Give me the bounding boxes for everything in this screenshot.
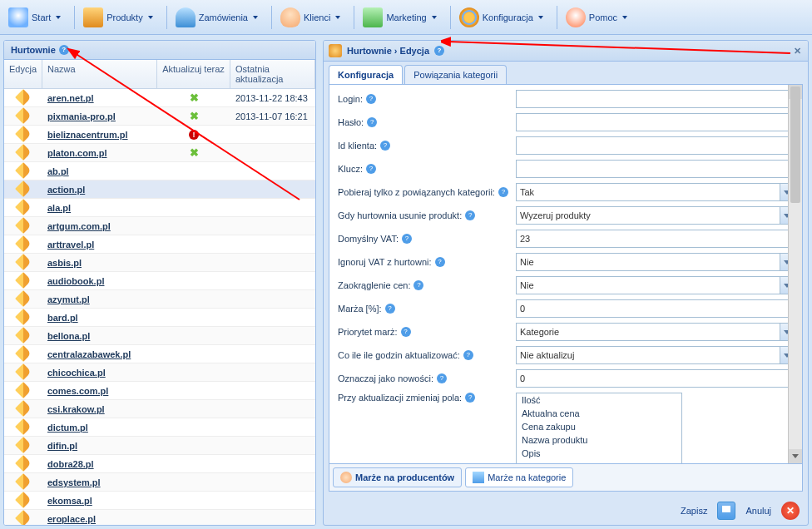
help-icon[interactable]: ? bbox=[465, 210, 475, 220]
help-icon[interactable]: ? bbox=[366, 164, 376, 174]
margin-priority-select[interactable]: Kategorie bbox=[516, 323, 797, 341]
list-item[interactable]: Ilość bbox=[517, 393, 681, 407]
update-cell[interactable] bbox=[157, 147, 230, 159]
table-row[interactable]: bieliznacentrum.pl bbox=[4, 126, 315, 144]
login-input[interactable] bbox=[516, 90, 797, 108]
wholesaler-link[interactable]: bellona.pl bbox=[47, 331, 90, 341]
table-row[interactable]: artgum.com.pl bbox=[4, 217, 315, 235]
edit-cell[interactable] bbox=[4, 366, 42, 379]
help-icon[interactable]: ? bbox=[402, 234, 412, 244]
wholesaler-link[interactable]: bard.pl bbox=[47, 313, 78, 323]
wholesaler-link[interactable]: difin.pl bbox=[47, 441, 77, 451]
close-button[interactable]: ✕ bbox=[791, 45, 803, 57]
tab-categories[interactable]: Powiązania kategorii bbox=[404, 65, 507, 84]
wholesaler-link[interactable]: aren.net.pl bbox=[47, 93, 94, 103]
wholesaler-link[interactable]: arttravel.pl bbox=[47, 240, 94, 250]
wholesaler-link[interactable]: platon.com.pl bbox=[47, 148, 107, 158]
edit-cell[interactable] bbox=[4, 238, 42, 251]
edit-cell[interactable] bbox=[4, 329, 42, 343]
help-icon[interactable]: ? bbox=[413, 280, 423, 290]
help-icon[interactable]: ? bbox=[435, 257, 445, 267]
help-icon[interactable]: ? bbox=[463, 350, 473, 360]
update-cell[interactable] bbox=[157, 92, 230, 104]
table-row[interactable]: audiobook.pl bbox=[4, 272, 315, 290]
table-row[interactable]: bellona.pl bbox=[4, 327, 315, 345]
update-cell[interactable] bbox=[157, 111, 230, 122]
table-row[interactable]: arttravel.pl bbox=[4, 235, 315, 254]
help-icon[interactable]: ? bbox=[367, 117, 377, 127]
wholesaler-link[interactable]: chicochica.pl bbox=[47, 368, 106, 378]
grid-body[interactable]: aren.net.pl2013-11-22 18:43pixmania-pro.… bbox=[4, 89, 315, 526]
edit-cell[interactable] bbox=[4, 110, 42, 123]
edit-cell[interactable] bbox=[4, 91, 42, 105]
clients-button[interactable]: Klienci bbox=[275, 4, 345, 31]
table-row[interactable]: edsystem.pl bbox=[4, 473, 315, 492]
wholesaler-link[interactable]: centralazabawek.pl bbox=[47, 349, 131, 359]
wholesaler-link[interactable]: pixmania-pro.pl bbox=[47, 111, 116, 121]
save-button[interactable]: Zapisz bbox=[676, 502, 712, 519]
scrollbar[interactable] bbox=[788, 85, 802, 463]
list-item[interactable]: Cena zakupu bbox=[517, 420, 681, 433]
edit-cell[interactable] bbox=[4, 512, 42, 526]
edit-cell[interactable] bbox=[4, 439, 42, 452]
edit-cell[interactable] bbox=[4, 457, 42, 471]
cancel-button[interactable]: Anuluj bbox=[740, 502, 776, 519]
table-row[interactable]: action.pl bbox=[4, 180, 315, 199]
table-row[interactable]: eroplace.pl bbox=[4, 510, 315, 526]
edit-cell[interactable] bbox=[4, 220, 42, 233]
start-button[interactable]: Start bbox=[3, 4, 66, 31]
list-item[interactable]: Opis bbox=[517, 447, 681, 460]
save-icon[interactable] bbox=[717, 502, 735, 520]
password-input[interactable] bbox=[516, 113, 797, 131]
wholesaler-link[interactable]: ala.pl bbox=[47, 203, 71, 213]
table-row[interactable]: azymut.pl bbox=[4, 290, 315, 309]
ignvat-select[interactable]: Nie bbox=[516, 253, 797, 271]
help-icon[interactable]: ? bbox=[498, 187, 508, 197]
wholesaler-link[interactable]: action.pl bbox=[47, 185, 85, 195]
wholesaler-link[interactable]: ekomsa.pl bbox=[47, 496, 92, 506]
change-fields-listbox[interactable]: IlośćAktualna cenaCena zakupuNazwa produ… bbox=[516, 393, 682, 463]
help-icon[interactable]: ? bbox=[434, 46, 444, 56]
margin-input[interactable] bbox=[516, 299, 797, 318]
help-icon[interactable]: ? bbox=[401, 327, 411, 337]
table-row[interactable]: ekomsa.pl bbox=[4, 492, 315, 510]
wholesaler-link[interactable]: csi.krakow.pl bbox=[47, 404, 105, 414]
table-row[interactable]: platon.com.pl bbox=[4, 144, 315, 162]
wholesaler-link[interactable]: dobra28.pl bbox=[47, 459, 94, 469]
wholesaler-link[interactable]: azymut.pl bbox=[47, 294, 90, 304]
edit-cell[interactable] bbox=[4, 201, 42, 215]
table-row[interactable]: pixmania-pro.pl2013-11-07 16:21 bbox=[4, 107, 315, 126]
key-input[interactable] bbox=[516, 160, 797, 178]
subtab-producer-margins[interactable]: Marże na producentów bbox=[333, 467, 462, 487]
help-icon[interactable]: ? bbox=[380, 141, 390, 151]
table-row[interactable]: comes.com.pl bbox=[4, 382, 315, 400]
table-row[interactable]: aren.net.pl2013-11-22 18:43 bbox=[4, 89, 315, 107]
orders-button[interactable]: Zamówienia bbox=[171, 4, 263, 31]
update-cell[interactable] bbox=[157, 129, 230, 140]
news-input[interactable] bbox=[516, 369, 797, 388]
scroll-thumb[interactable] bbox=[790, 87, 800, 203]
edit-cell[interactable] bbox=[4, 293, 42, 306]
clientid-input[interactable] bbox=[516, 136, 797, 155]
help-icon[interactable]: ? bbox=[437, 373, 447, 383]
help-button[interactable]: Pomoc bbox=[561, 4, 632, 31]
col-last-update[interactable]: Ostatnia aktualizacja bbox=[230, 60, 315, 88]
col-name[interactable]: Nazwa bbox=[42, 60, 157, 88]
wholesaler-link[interactable]: eroplace.pl bbox=[47, 514, 96, 524]
help-icon[interactable]: ? bbox=[465, 393, 475, 403]
wholesaler-link[interactable]: comes.com.pl bbox=[47, 386, 108, 396]
edit-cell[interactable] bbox=[4, 476, 42, 489]
list-item[interactable]: Nazwa produktu bbox=[517, 433, 681, 447]
onremove-select[interactable]: Wyzeruj produkty bbox=[516, 206, 797, 225]
defvat-input[interactable] bbox=[516, 230, 797, 248]
help-icon[interactable]: ? bbox=[385, 304, 395, 314]
table-row[interactable]: bard.pl bbox=[4, 309, 315, 327]
col-edit[interactable]: Edycja bbox=[4, 60, 42, 88]
table-row[interactable]: dobra28.pl bbox=[4, 455, 315, 473]
config-button[interactable]: Konfiguracja bbox=[454, 4, 548, 31]
table-row[interactable]: asbis.pl bbox=[4, 254, 315, 272]
edit-cell[interactable] bbox=[4, 146, 42, 160]
wholesaler-link[interactable]: dictum.pl bbox=[47, 423, 88, 433]
cancel-icon[interactable] bbox=[781, 502, 800, 520]
wholesaler-link[interactable]: asbis.pl bbox=[47, 258, 82, 268]
